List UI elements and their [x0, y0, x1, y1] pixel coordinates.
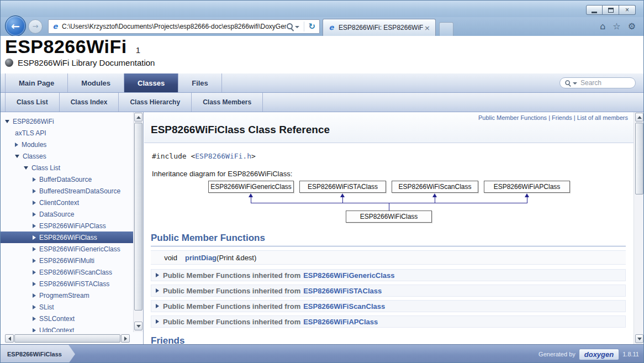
inheritance-arrow-icon [340, 193, 345, 197]
scrollbar-thumb[interactable] [14, 334, 120, 343]
tree-item-sslcontext[interactable]: SSLContext [1, 313, 134, 324]
tools-gear-icon[interactable]: ⚙ [628, 21, 636, 32]
tab-class-members[interactable]: Class Members [192, 93, 263, 112]
diagram-node-staclass[interactable]: ESP8266WiFiSTAClass [299, 181, 386, 193]
inherited-members-row[interactable]: Public Member Functions inherited from E… [151, 300, 626, 312]
scrollbar-thumb[interactable] [134, 123, 142, 311]
tab-files[interactable]: Files [178, 73, 222, 92]
search-input[interactable]: Search [559, 77, 636, 88]
tree-item-bufferdatasource[interactable]: BufferDataSource [1, 173, 134, 185]
summary-links[interactable]: Public Member Functions | Friends | List… [478, 114, 628, 121]
tree-collapsed-icon[interactable] [33, 282, 36, 286]
tree-item-datasource[interactable]: DataSource [1, 208, 134, 220]
new-tab-button[interactable] [439, 22, 453, 36]
tab-classes[interactable]: Classes [124, 73, 178, 92]
tree-item-esp8266wifiscanclass[interactable]: ESP8266WiFiScanClass [1, 266, 134, 278]
member-name-link[interactable]: printDiag [185, 254, 217, 262]
browser-toolbar: ← → e C:\Users\Krzysztof\Documents\Proje… [1, 17, 643, 36]
address-dropdown-icon[interactable] [295, 26, 299, 30]
minimize-button[interactable] [586, 5, 603, 15]
tree-collapsed-icon[interactable] [33, 328, 36, 333]
tab-modules[interactable]: Modules [68, 73, 124, 92]
tree-collapsed-icon[interactable] [33, 224, 36, 228]
doxygen-logo[interactable]: doxygen [579, 349, 619, 360]
tree-collapsed-icon[interactable] [15, 143, 18, 147]
tree-collapsed-icon[interactable] [33, 201, 36, 205]
tree-collapsed-icon[interactable] [33, 317, 36, 321]
window-titlebar[interactable]: × [1, 1, 643, 17]
diagram-node-scanclass[interactable]: ESP8266WiFiScanClass [392, 181, 478, 193]
tree-item-classes[interactable]: Classes [1, 150, 134, 162]
search-options-icon[interactable] [573, 82, 577, 87]
tree-collapsed-icon[interactable] [33, 305, 36, 309]
tree-collapsed-icon[interactable] [33, 270, 36, 275]
tree-collapsed-icon[interactable] [33, 212, 36, 217]
tree-item-esp8266wifigenericclass[interactable]: ESP8266WiFiGenericClass [1, 243, 134, 255]
scroll-down-button[interactable] [134, 322, 142, 330]
tree-item-udpcontext[interactable]: UdpContext [1, 324, 134, 332]
doxygen-version: 1.8.11 [622, 351, 639, 357]
tree-expanded-icon[interactable] [15, 155, 19, 158]
content-vertical-scrollbar[interactable] [634, 112, 644, 344]
scroll-down-button[interactable] [635, 334, 643, 343]
window-controls: × [586, 5, 636, 15]
tree-item-clientcontext[interactable]: ClientContext [1, 197, 134, 208]
tree-item-esp8266wifi[interactable]: ESP8266WiFi [1, 115, 134, 127]
inherited-class-link[interactable]: ESP8266WiFiAPClass [303, 318, 378, 326]
tree-item-slist[interactable]: SList [1, 301, 134, 313]
tab-main-page[interactable]: Main Page [5, 73, 68, 92]
tree-collapsed-icon[interactable] [33, 259, 36, 263]
tree-item-class-list[interactable]: Class List [1, 162, 134, 173]
back-button[interactable]: ← [5, 15, 26, 36]
tree-item-esp8266wifistaclass[interactable]: ESP8266WiFiSTAClass [1, 278, 134, 290]
forward-button[interactable]: → [28, 19, 43, 34]
tab-close-icon[interactable]: × [423, 24, 431, 32]
home-icon[interactable]: ⌂ [600, 21, 605, 32]
tree-collapsed-icon[interactable] [33, 247, 36, 251]
address-bar[interactable]: e C:\Users\Krzysztof\Documents\Projects\… [48, 19, 320, 34]
close-button[interactable]: × [619, 5, 636, 15]
tree-item-progmemstream[interactable]: ProgmemStream [1, 290, 134, 301]
tree-collapsed-icon[interactable] [33, 235, 36, 240]
refresh-icon[interactable]: ↻ [307, 22, 317, 31]
scroll-up-button[interactable] [134, 113, 142, 122]
address-search-icon[interactable] [286, 23, 294, 30]
inherited-members-row[interactable]: Public Member Functions inherited from E… [151, 269, 626, 281]
tab-class-list[interactable]: Class List [5, 93, 60, 112]
tree-collapsed-icon[interactable] [33, 177, 36, 182]
tree-item-modules[interactable]: Modules [1, 139, 134, 150]
scroll-left-button[interactable] [5, 334, 14, 343]
tree-expanded-icon[interactable] [5, 120, 9, 123]
inherited-class-link[interactable]: ESP8266WiFiScanClass [303, 302, 385, 311]
sidebar-horizontal-scrollbar[interactable] [5, 334, 130, 343]
tree-item-axtls-api[interactable]: axTLS API [1, 127, 134, 139]
tree-label: ESP8266WiFiScanClass [39, 269, 112, 276]
inherited-class-link[interactable]: ESP8266WiFiSTAClass [303, 287, 382, 295]
tab-label: Class Hierarchy [130, 98, 180, 106]
tree-item-esp8266wifiapclass[interactable]: ESP8266WiFiAPClass [1, 220, 134, 232]
scrollbar-thumb[interactable] [635, 123, 643, 194]
diagram-node-genericclass[interactable]: ESP8266WiFiGenericClass [208, 181, 294, 193]
include-file-link[interactable]: ESP8266WiFi.h [195, 152, 251, 160]
page-viewport: ESP8266WiFi1 ESP8266WiFi Library Documen… [1, 36, 643, 362]
tree-item-bufferedstreamdatasource[interactable]: BufferedStreamDataSource [1, 185, 134, 197]
browser-tab[interactable]: e ESP8266WiFi: ESP8266WiFi... × [323, 19, 436, 36]
favorites-icon[interactable]: ☆ [613, 21, 620, 32]
inherited-prefix: Public Member Functions inherited from [163, 271, 300, 280]
tree-item-esp8266wifimulti[interactable]: ESP8266WiFiMulti [1, 255, 134, 266]
breadcrumb[interactable]: ESP8266WiFiClass [1, 345, 75, 363]
scroll-up-button[interactable] [635, 113, 643, 122]
tab-class-index[interactable]: Class Index [60, 93, 119, 112]
inherited-class-link[interactable]: ESP8266WiFiGenericClass [303, 271, 394, 280]
tree-item-esp8266wificlass-selected[interactable]: ESP8266WiFiClass [1, 232, 134, 243]
inherited-members-row[interactable]: Public Member Functions inherited from E… [151, 315, 626, 328]
tree-collapsed-icon[interactable] [33, 189, 36, 193]
maximize-button[interactable] [603, 5, 619, 15]
tab-class-hierarchy[interactable]: Class Hierarchy [119, 93, 192, 112]
inherited-members-row[interactable]: Public Member Functions inherited from E… [151, 285, 626, 297]
sidebar-vertical-scrollbar[interactable] [133, 112, 143, 332]
tree-expanded-icon[interactable] [24, 166, 28, 170]
diagram-node-apclass[interactable]: ESP8266WiFiAPClass [484, 181, 570, 193]
scroll-right-button[interactable] [121, 334, 130, 343]
tree-collapsed-icon[interactable] [33, 293, 36, 298]
